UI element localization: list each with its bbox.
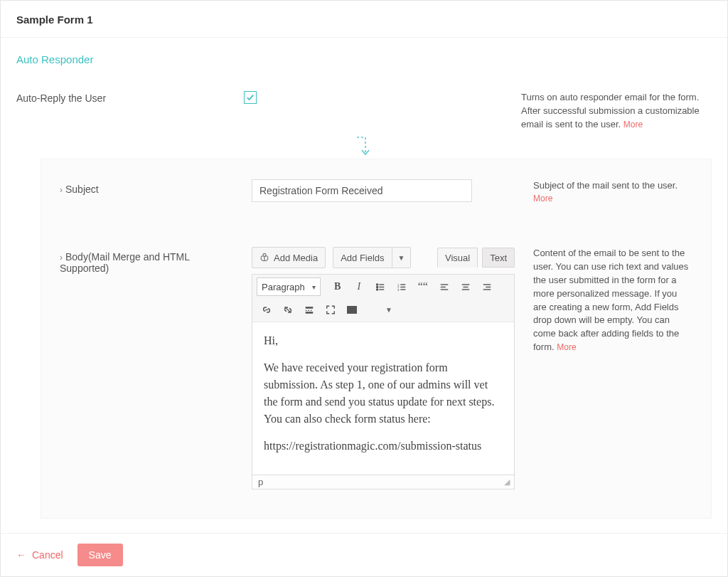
body-help: Content of the email to be sent to the u…	[529, 247, 692, 354]
toolbar-toggle-button[interactable]	[342, 300, 362, 319]
header: Sample Form 1	[1, 1, 727, 38]
autoreply-label: Auto-Reply the User	[16, 91, 230, 132]
add-media-button[interactable]: Add Media	[252, 247, 326, 268]
subject-help-text: Subject of the mail sent to the user.	[533, 180, 678, 191]
arrow-left-icon: ←	[16, 549, 26, 561]
autoreply-help: Turns on auto responder email for the fo…	[521, 91, 712, 132]
add-fields-button[interactable]: Add Fields	[333, 247, 392, 268]
row-subject: Subject Subject of the mail sent to the …	[60, 179, 692, 206]
bullet-list-button[interactable]	[370, 277, 390, 296]
toolbar-more-button[interactable]: ▼	[379, 300, 399, 319]
editor-statusbar: p ◢	[252, 475, 515, 489]
cancel-label: Cancel	[32, 549, 63, 561]
kitchen-sink-icon	[347, 306, 357, 314]
subject-help: Subject of the mail sent to the user. Mo…	[529, 179, 692, 206]
align-left-button[interactable]	[434, 277, 454, 296]
italic-button[interactable]: I	[349, 277, 369, 296]
autoreply-more-link[interactable]: More	[623, 120, 643, 129]
body-paragraph-3: https://registrationmagic.com/submission…	[264, 438, 503, 455]
add-fields-group: Add Fields ▼	[333, 247, 411, 268]
format-select-label: Paragraph	[262, 282, 305, 292]
bold-button[interactable]: B	[328, 277, 348, 296]
autoreply-checkbox[interactable]	[244, 91, 257, 104]
page: Sample Form 1 Auto Responder Auto-Reply …	[0, 0, 728, 577]
add-fields-label: Add Fields	[341, 253, 384, 263]
section-head: Auto Responder	[1, 38, 727, 71]
subject-more-link[interactable]: More	[533, 194, 552, 203]
footer: ← Cancel Save	[1, 533, 727, 576]
numbered-list-button[interactable]: 123	[392, 277, 412, 296]
chevron-down-icon: ▼	[385, 306, 392, 314]
body-more-link[interactable]: More	[557, 342, 576, 352]
add-fields-dropdown[interactable]: ▼	[392, 247, 412, 268]
read-more-button[interactable]	[299, 300, 319, 319]
form-title: Sample Form 1	[16, 14, 712, 26]
nested-panel: Subject Subject of the mail sent to the …	[41, 159, 712, 519]
subject-label: Subject	[60, 179, 237, 195]
svg-rect-24	[306, 307, 314, 309]
unlink-button[interactable]	[278, 300, 298, 319]
svg-point-3	[376, 286, 378, 287]
body-help-text: Content of the email to be sent to the u…	[533, 248, 688, 352]
svg-point-1	[376, 284, 378, 285]
fullscreen-button[interactable]	[321, 300, 341, 319]
align-center-button[interactable]	[456, 277, 476, 296]
link-button[interactable]	[257, 300, 277, 319]
tab-visual[interactable]: Visual	[437, 248, 478, 268]
dashed-arrow-icon	[1, 136, 727, 160]
body-paragraph-2: We have received your registration form …	[264, 359, 503, 428]
media-icon	[259, 252, 269, 264]
section-title-link[interactable]: Auto Responder	[16, 53, 93, 65]
cancel-button[interactable]: ← Cancel	[16, 549, 63, 561]
editor-tabs: Visual Text	[437, 248, 515, 268]
svg-text:3: 3	[397, 287, 400, 291]
format-select[interactable]: Paragraph	[257, 277, 321, 296]
editor-body[interactable]: Hi, We have received your registration f…	[252, 322, 515, 475]
resize-handle-icon[interactable]: ◢	[504, 477, 508, 487]
body-label: Body(Mail Merge and HTML Supported)	[60, 247, 237, 274]
svg-point-0	[263, 253, 266, 256]
svg-point-5	[376, 289, 378, 290]
save-button[interactable]: Save	[77, 544, 123, 566]
add-media-label: Add Media	[274, 253, 318, 263]
editor-actions: Add Media Add Fields ▼ Visual Text	[252, 247, 515, 268]
tab-text[interactable]: Text	[482, 248, 515, 268]
autoreply-control	[244, 91, 507, 132]
autoreply-help-text: Turns on auto responder email for the fo…	[521, 92, 700, 129]
body-paragraph-1: Hi,	[264, 332, 503, 349]
row-autoreply: Auto-Reply the User Turns on auto respon…	[1, 71, 727, 139]
subject-input[interactable]	[252, 179, 472, 202]
align-right-button[interactable]	[477, 277, 497, 296]
editor-path: p	[258, 477, 263, 487]
svg-rect-26	[306, 312, 314, 314]
blockquote-button[interactable]: ““	[413, 277, 433, 296]
subject-control	[252, 179, 515, 202]
chevron-down-icon: ▼	[398, 254, 405, 262]
editor-toolbar: Paragraph B I 123 ““	[252, 274, 515, 322]
body-editor-wrap: Add Media Add Fields ▼ Visual Text	[252, 247, 515, 489]
row-body: Body(Mail Merge and HTML Supported) Add …	[60, 247, 692, 489]
